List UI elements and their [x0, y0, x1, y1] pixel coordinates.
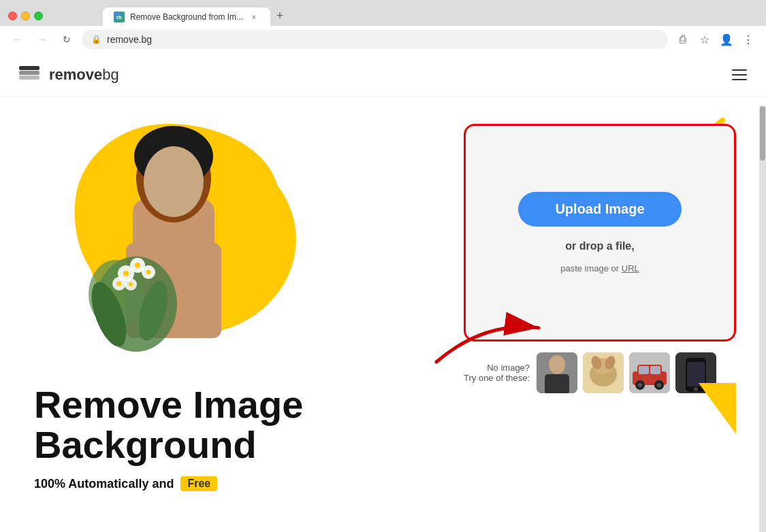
red-arrow	[430, 287, 552, 371]
maximize-window-button[interactable]	[34, 12, 43, 20]
new-tab-button[interactable]: +	[270, 6, 289, 25]
site-navbar: removebg	[0, 53, 766, 97]
drop-label: or drop a file,	[565, 240, 634, 252]
page-content: removebg	[0, 53, 766, 532]
hamburger-menu[interactable]	[729, 67, 750, 83]
hero-left: Remove Image Background 100% Automatical…	[34, 110, 450, 518]
url-link[interactable]: URL	[622, 263, 639, 273]
sample-thumb-dog[interactable]	[583, 352, 624, 393]
sample-thumb-car[interactable]	[629, 352, 670, 393]
svg-point-7	[144, 146, 204, 217]
minimize-window-button[interactable]	[21, 12, 30, 20]
svg-rect-2	[19, 66, 39, 70]
svg-rect-37	[650, 366, 660, 374]
bookmark-button[interactable]: ☆	[695, 30, 714, 49]
svg-point-17	[135, 263, 140, 268]
url-display: remove.bg	[107, 34, 152, 45]
svg-point-18	[146, 270, 151, 275]
hero-section: Remove Image Background 100% Automatical…	[0, 97, 766, 532]
hero-illustration	[27, 110, 340, 369]
browser-actions: ⎙ ☆ 👤 ⋮	[673, 30, 758, 49]
svg-point-19	[117, 282, 122, 286]
tab-close-button[interactable]: ×	[249, 12, 259, 22]
logo[interactable]: removebg	[16, 62, 119, 88]
sample-thumbs	[537, 352, 716, 393]
tab-bar: rb Remove Background from Im... × +	[48, 6, 344, 27]
tab-title: Remove Background from Im...	[130, 12, 243, 22]
logo-icon	[16, 62, 42, 88]
traffic-lights	[8, 12, 43, 20]
active-tab[interactable]: rb Remove Background from Im... ×	[103, 7, 270, 27]
svg-point-41	[657, 383, 661, 387]
lock-icon: 🔒	[91, 35, 101, 44]
forward-button[interactable]: →	[33, 30, 52, 49]
address-bar-row: ← → ↻ 🔒 remove.bg ⎙ ☆ 👤 ⋮	[0, 26, 766, 53]
svg-marker-23	[699, 383, 736, 434]
title-bar: rb Remove Background from Im... × +	[0, 0, 766, 26]
profile-button[interactable]: 👤	[717, 30, 736, 49]
hero-title: Remove Image Background	[34, 385, 450, 465]
svg-point-45	[694, 387, 698, 391]
cast-button[interactable]: ⎙	[673, 30, 692, 49]
hero-image-area	[27, 110, 340, 369]
svg-rect-1	[19, 71, 39, 75]
reload-button[interactable]: ↻	[57, 30, 76, 49]
paste-label: paste image or URL	[560, 263, 639, 273]
svg-rect-0	[19, 76, 39, 80]
browser-chrome: rb Remove Background from Im... × + ← → …	[0, 0, 766, 53]
svg-rect-27	[545, 374, 569, 393]
address-input[interactable]: 🔒 remove.bg	[82, 30, 668, 49]
hero-subtitle: 100% Automatically and Free	[34, 476, 450, 491]
menu-button[interactable]: ⋮	[739, 30, 758, 49]
svg-rect-36	[639, 366, 649, 374]
close-window-button[interactable]	[8, 12, 17, 20]
logo-text: removebg	[49, 66, 119, 84]
free-badge: Free	[180, 476, 217, 491]
svg-point-16	[123, 271, 129, 276]
upload-image-button[interactable]: Upload Image	[518, 192, 682, 227]
back-button[interactable]: ←	[8, 30, 27, 49]
hero-right: Upload Image or drop a file, paste image…	[450, 110, 750, 518]
tab-favicon: rb	[114, 12, 125, 22]
triangle-decoration	[699, 383, 736, 437]
svg-point-40	[638, 383, 642, 387]
svg-point-20	[129, 282, 133, 286]
